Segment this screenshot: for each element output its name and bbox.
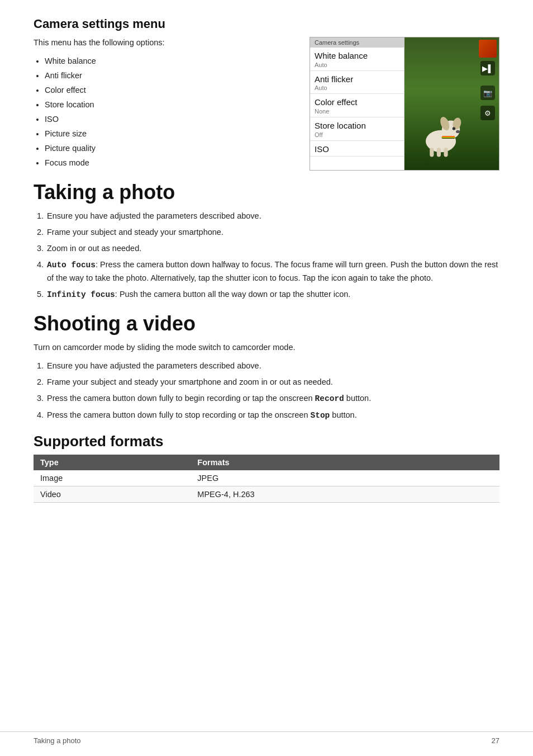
svg-point-5 [456, 130, 460, 133]
taking-photo-title: Taking a photo [34, 181, 499, 204]
formats-table: Type Formats Image JPEG Video MPEG-4, H.… [34, 455, 499, 503]
step-text: Frame your subject and steady your smart… [47, 376, 333, 389]
supported-formats-title: Supported formats [34, 433, 499, 450]
menu-item-label: Anti flicker [315, 74, 399, 85]
list-item: Anti flicker [45, 68, 298, 83]
settings-icon: ⚙ [480, 106, 495, 120]
step-text: Press the camera button down fully to be… [47, 392, 371, 405]
list-item: White balance [45, 54, 298, 68]
svg-rect-11 [442, 136, 455, 137]
step-num: 3. [34, 242, 44, 255]
stop-term: Stop [311, 411, 330, 420]
step-text: Ensure you have adjusted the parameters … [47, 210, 261, 223]
record-term: Record [315, 394, 344, 403]
infinity-focus-term: Infinity focus [47, 290, 115, 299]
svg-rect-7 [437, 148, 441, 157]
menu-item-label: Color effect [315, 97, 399, 108]
auto-focus-term: Auto focus [47, 261, 96, 270]
shooting-video-steps: 1. Ensure you have adjusted the paramete… [34, 360, 499, 423]
camera-ui-mockup: Camera settings White balance Auto Anti … [310, 37, 499, 171]
step-text: Ensure you have adjusted the parameters … [47, 360, 261, 372]
step-num: 5. [34, 288, 44, 301]
video-step-3: 3. Press the camera button down fully to… [34, 392, 499, 405]
step-num: 4. [34, 409, 44, 422]
camera-menu-list: Camera settings White balance Auto Anti … [310, 37, 404, 170]
col-type: Type [34, 455, 191, 470]
menu-item-sub: Auto [315, 62, 399, 69]
svg-rect-12 [442, 138, 455, 138]
video-step-1: 1. Ensure you have adjusted the paramete… [34, 360, 499, 372]
menu-item-label: Store location [315, 120, 399, 131]
step-num: 2. [34, 226, 44, 239]
menu-item-label: White balance [315, 50, 399, 62]
list-item: ISO [45, 112, 298, 126]
row-formats: JPEG [191, 470, 499, 486]
camera-menu-item-store-location[interactable]: Store location Off [310, 117, 404, 141]
camera-menu-header: Camera settings [310, 37, 404, 48]
footer-page-number: 27 [492, 736, 499, 745]
svg-rect-8 [444, 148, 448, 157]
table-row: Image JPEG [34, 470, 499, 486]
page-footer: Taking a photo 27 [0, 731, 533, 745]
taking-photo-steps: 1. Ensure you have adjusted the paramete… [34, 210, 499, 302]
row-type: Video [34, 486, 191, 502]
step-2: 2. Frame your subject and steady your sm… [34, 226, 499, 239]
row-formats: MPEG-4, H.263 [191, 486, 499, 502]
menu-item-sub: Auto [315, 84, 399, 92]
step-1: 1. Ensure you have adjusted the paramete… [34, 210, 499, 223]
step-num: 1. [34, 360, 44, 372]
camera-settings-section: Camera settings menu This menu has the f… [34, 17, 499, 171]
camera-right-icons: ▶▌ 📷 ⚙ [479, 40, 497, 120]
step-text: Infinity focus: Push the camera button a… [47, 288, 350, 301]
footer-left: Taking a photo [34, 736, 81, 745]
list-item: Picture quality [45, 141, 298, 155]
video-step-2: 2. Frame your subject and steady your sm… [34, 376, 499, 389]
menu-item-label: ISO [315, 144, 399, 155]
menu-item-sub: Off [315, 131, 399, 139]
table-row: Video MPEG-4, H.263 [34, 486, 499, 502]
menu-item-sub: None [315, 108, 399, 115]
step-text: Press the camera button down fully to st… [47, 409, 357, 422]
step-num: 2. [34, 376, 44, 389]
camera-options-list: White balance Anti flicker Color effect … [34, 54, 298, 171]
list-item: Color effect [45, 83, 298, 97]
step-text: Zoom in or out as needed. [47, 242, 141, 255]
camera-menu-item-iso[interactable]: ISO [310, 141, 404, 157]
step-text: Frame your subject and steady your smart… [47, 226, 223, 239]
step-5: 5. Infinity focus: Push the camera butto… [34, 288, 499, 301]
svg-point-4 [453, 127, 455, 130]
thumbnail-icon [479, 40, 497, 58]
svg-rect-10 [442, 136, 455, 136]
svg-rect-6 [430, 148, 434, 157]
shooting-video-intro: Turn on camcorder mode by sliding the mo… [34, 341, 499, 354]
shooting-video-section: Shooting a video Turn on camcorder mode … [34, 312, 499, 423]
camera-menu-item-anti-flicker[interactable]: Anti flicker Auto [310, 71, 404, 94]
camera-intro: This menu has the following options: [34, 37, 298, 49]
camera-menu-item-color-effect[interactable]: Color effect None [310, 94, 404, 117]
camera-text-col: This menu has the following options: Whi… [34, 37, 298, 171]
camera-preview: ▶▌ 📷 ⚙ [404, 37, 499, 170]
shooting-video-title: Shooting a video [34, 312, 499, 336]
step-num: 3. [34, 392, 44, 405]
camera-menu-item-white-balance[interactable]: White balance Auto [310, 48, 404, 71]
list-item: Store location [45, 97, 298, 112]
row-type: Image [34, 470, 191, 486]
step-4: 4. Auto focus: Press the camera button d… [34, 258, 499, 285]
step-num: 1. [34, 210, 44, 223]
camera-content-row: This menu has the following options: Whi… [34, 37, 499, 171]
list-item: Focus mode [45, 155, 298, 170]
col-formats: Formats [191, 455, 499, 470]
video-icon: ▶▌ [480, 61, 495, 75]
taking-photo-section: Taking a photo 1. Ensure you have adjust… [34, 181, 499, 302]
list-item: Picture size [45, 126, 298, 141]
step-3: 3. Zoom in or out as needed. [34, 242, 499, 255]
camera-settings-title: Camera settings menu [34, 17, 499, 31]
step-text: Auto focus: Press the camera button down… [47, 258, 499, 285]
camera-icon: 📷 [480, 86, 495, 100]
video-step-4: 4. Press the camera button down fully to… [34, 409, 499, 422]
step-num: 4. [34, 258, 44, 271]
dog-silhouette [413, 108, 469, 159]
supported-formats-section: Supported formats Type Formats Image JPE… [34, 433, 499, 503]
